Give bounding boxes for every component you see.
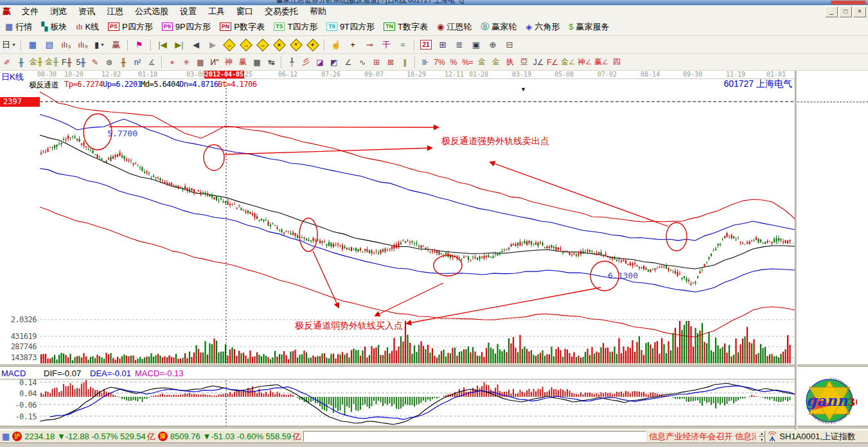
toolbar-button-nav-next[interactable]: ▶ bbox=[205, 39, 220, 51]
toolbar-button-draw-f-grid[interactable]: F╫ bbox=[60, 57, 73, 68]
toolbar-button-gann-wheel[interactable]: ◉江恩轮 bbox=[433, 20, 475, 34]
toolbar-button-candle-style[interactable]: ▮▼ bbox=[92, 39, 107, 51]
macd-indicator-label[interactable]: MACD bbox=[1, 369, 26, 378]
toolbar-button-draw-knife[interactable]: ✐ bbox=[1, 57, 13, 68]
menu-item[interactable]: 工具 bbox=[202, 6, 231, 17]
toolbar-button-draw-target[interactable]: ⌖ bbox=[166, 57, 179, 68]
toolbar-button-draw-pct-bars[interactable]: %= bbox=[461, 57, 474, 68]
toolbar-button-t-square[interactable]: TST四方形 bbox=[270, 20, 321, 34]
titlebar-close-button[interactable] bbox=[831, 1, 865, 5]
toolbar-button-9p-square[interactable]: P99P四方形 bbox=[158, 20, 215, 34]
news-ticker[interactable]: 信息产业经济年会召开 信息消 bbox=[649, 431, 756, 442]
toolbar-button-winner-service[interactable]: $赢家服务 bbox=[565, 20, 613, 34]
toolbar-button-draw-gold-grid-2[interactable]: 金╫ bbox=[45, 57, 60, 68]
toolbar-button-draw-pen-grid[interactable]: ✎ bbox=[89, 57, 102, 68]
toolbar-button-draw-plain-grid[interactable]: ╫ bbox=[117, 57, 130, 68]
toolbar-button-gann-tool[interactable]: 干 bbox=[378, 39, 394, 51]
toolbar-button-draw-para-lines[interactable]: ∥ bbox=[398, 57, 411, 68]
menu-item[interactable]: 文件 bbox=[16, 6, 44, 17]
toolbar-button-draw-j-angle[interactable]: J∠ bbox=[532, 57, 545, 68]
menu-item[interactable]: 公式选股 bbox=[129, 6, 174, 17]
toolbar-button-period-day[interactable]: 日▼ bbox=[1, 39, 17, 51]
toolbar-button-hexagon[interactable]: ◈六角形 bbox=[522, 20, 563, 34]
toolbar-button-calculator[interactable]: ⊞ bbox=[435, 39, 450, 51]
toolbar-button-9t-square[interactable]: T99T四方形 bbox=[323, 20, 378, 34]
close-button[interactable]: × bbox=[853, 6, 866, 17]
minimize-button[interactable]: _ bbox=[825, 6, 838, 17]
toolbar-button-color-chart[interactable]: ⚑ bbox=[132, 39, 147, 51]
toolbar-button-draw-grid[interactable]: ╫ bbox=[15, 57, 28, 68]
toolbar-button-zoom-x[interactable]: × bbox=[272, 39, 287, 51]
toolbar-button-trendline-tool[interactable]: ⊸ bbox=[362, 39, 377, 51]
toolbar-button-wave-tool[interactable]: ≈ bbox=[395, 39, 411, 51]
toolbar-button-calendar[interactable]: 21 bbox=[418, 39, 434, 51]
toolbar-button-draw-fan-box-2[interactable]: ◩ bbox=[328, 57, 341, 68]
toolbar-button-draw-gold-grid[interactable]: 金╫ bbox=[29, 57, 44, 68]
menu-item[interactable]: 帮助 bbox=[304, 6, 332, 17]
toolbar-button-winner-logo[interactable]: 赢 bbox=[109, 39, 124, 51]
toolbar-button-zoom-right[interactable]: → bbox=[238, 39, 254, 51]
panel-splitter[interactable] bbox=[0, 363, 868, 367]
toolbar-button-draw-t-square[interactable]: ╀ bbox=[285, 57, 298, 68]
period-label[interactable]: 日K线 bbox=[1, 71, 24, 83]
spinner-down-button[interactable]: ▼ bbox=[758, 437, 765, 443]
menu-item[interactable]: 交易委托 bbox=[259, 6, 304, 17]
toolbar-button-hand-tool[interactable]: ☝ bbox=[328, 39, 344, 51]
toolbar-button-winner-wheel[interactable]: Ⓑ赢家轮 bbox=[477, 20, 520, 34]
toolbar-button-draw-angle-flag[interactable]: ∡ bbox=[145, 57, 158, 68]
toolbar-button-sectors[interactable]: ▚板块 bbox=[37, 20, 71, 34]
menu-item[interactable]: 江恩 bbox=[101, 6, 129, 17]
toolbar-button-draw-n2[interactable]: n² bbox=[131, 57, 144, 68]
toolbar-button-draw-gold-angle[interactable]: 金∠ bbox=[560, 57, 576, 68]
toolbar-button-draw-win-grid[interactable]: 赢 bbox=[236, 57, 249, 68]
toolbar-button-draw-box-star[interactable]: ▩ bbox=[194, 57, 207, 68]
toolbar-button-screen-mode[interactable]: ▦ bbox=[25, 39, 40, 51]
right-panel-divider[interactable] bbox=[795, 71, 797, 430]
toolbar-button-report[interactable]: ▤ bbox=[42, 39, 57, 51]
toolbar-button-draw-wave[interactable]: ∿ bbox=[356, 57, 369, 68]
toolbar-button-p-square[interactable]: PSP四方形 bbox=[104, 20, 157, 34]
toolbar-button-zoom-left[interactable]: ← bbox=[222, 39, 237, 51]
toolbar-button-draw-fan[interactable]: 彡 bbox=[299, 57, 312, 68]
toolbar-button-draw-win-angle[interactable]: 赢∠ bbox=[594, 57, 609, 68]
toolbar-button-draw-pct-line[interactable]: 7% bbox=[433, 57, 446, 68]
toolbar-button-p-number[interactable]: PNP数字表 bbox=[216, 20, 269, 34]
toolbar-button-export[interactable]: ⊕ bbox=[485, 39, 500, 51]
toolbar-button-draw-grid-box-2[interactable]: ⊠ bbox=[384, 57, 397, 68]
menu-item[interactable]: 浏览 bbox=[44, 6, 73, 17]
toolbar-button-draw-gold-circle[interactable]: 金 bbox=[475, 57, 488, 68]
toolbar-button-draw-angle-lines[interactable]: ∠ bbox=[342, 57, 355, 68]
toolbar-button-draw-5-grid[interactable]: 5╫ bbox=[75, 57, 87, 68]
toolbar-button-draw-n-mark[interactable]: И″ bbox=[208, 57, 221, 68]
toolbar-button-nav-last[interactable]: ▶| bbox=[172, 39, 187, 51]
market-table-icon[interactable]: ▦ bbox=[2, 432, 10, 441]
toolbar-button-notes[interactable]: ≣ bbox=[452, 39, 467, 51]
toolbar-button-draw-shen-angle[interactable]: 神∠ bbox=[577, 57, 592, 68]
toolbar-button-draw-a-wave[interactable]: 亞 bbox=[518, 57, 531, 68]
toolbar-button-draw-brush[interactable]: 执 bbox=[504, 57, 517, 68]
menu-item[interactable]: 设置 bbox=[174, 6, 202, 17]
toolbar-button-draw-fan-box[interactable]: ◪ bbox=[314, 57, 326, 68]
toolbar-button-bars-3[interactable]: ılı₃ bbox=[58, 39, 74, 51]
menu-item[interactable]: 窗口 bbox=[231, 6, 259, 17]
current-index-label[interactable]: SH1A0001,上证指数 bbox=[779, 431, 856, 442]
macd-chart-canvas[interactable] bbox=[40, 380, 795, 426]
toolbar-button-nav-prev[interactable]: ◀ bbox=[188, 39, 204, 51]
toolbar-button-zoom-all[interactable]: + bbox=[305, 39, 321, 51]
toolbar-button-draw-h-measure[interactable]: ↹ bbox=[265, 57, 278, 68]
toolbar-button-print[interactable]: ⊟ bbox=[502, 39, 517, 51]
toolbar-button-draw-gold-lines[interactable]: 金 bbox=[490, 57, 502, 68]
toolbar-button-nav-first[interactable]: |◀ bbox=[155, 39, 170, 51]
toolbar-button-draw-pct[interactable]: % bbox=[447, 57, 460, 68]
window-titlebar[interactable]: 赢家江恩证券分析系统[极反通道] - [日K线 601727 上海电气] bbox=[0, 0, 868, 5]
toolbar-button-t-number[interactable]: TNT数字表 bbox=[380, 20, 432, 34]
toolbar-button-crosshair-tool[interactable]: + bbox=[345, 39, 360, 51]
toolbar-button-draw-star[interactable]: ✳ bbox=[180, 57, 193, 68]
toolbar-button-draw-scale[interactable]: ⊪ bbox=[419, 57, 432, 68]
menu-item[interactable]: 资讯 bbox=[73, 6, 101, 17]
toolbar-button-draw-grid-box[interactable]: ⊞ bbox=[370, 57, 383, 68]
toolbar-button-draw-grid-123[interactable]: ▦ bbox=[251, 57, 263, 68]
toolbar-button-draw-shen-grid[interactable]: 神 bbox=[222, 57, 235, 68]
toolbar-button-quotes[interactable]: ▦行情 bbox=[1, 20, 36, 34]
toolbar-button-zoom-both[interactable]: ↔ bbox=[255, 39, 270, 51]
